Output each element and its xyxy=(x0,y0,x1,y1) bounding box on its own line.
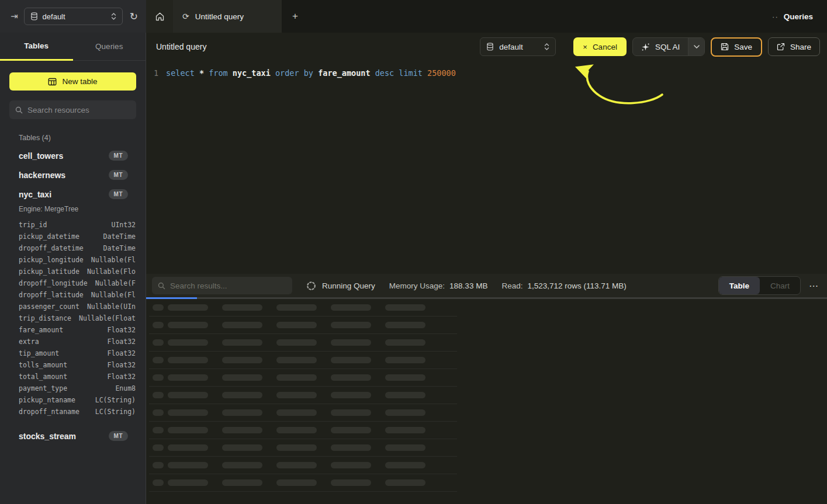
view-toggle-table[interactable]: Table xyxy=(719,277,760,294)
sidebar-tab-tables[interactable]: Tables xyxy=(0,33,73,61)
cancel-button[interactable]: × Cancel xyxy=(573,37,627,56)
column-row[interactable]: pickup_latitudeNullable(Flo xyxy=(0,266,146,277)
column-row[interactable]: tip_amountFloat32 xyxy=(0,347,146,359)
tabstrip-spacer xyxy=(309,0,765,33)
column-row[interactable]: dropoff_datetimeDateTime xyxy=(0,242,146,254)
table-row-hackernews[interactable]: hackernews MT xyxy=(0,165,146,185)
column-row[interactable]: passenger_countNullable(UIn xyxy=(0,301,146,312)
skeleton-pill xyxy=(331,427,371,433)
tab-running-icon: ⟳ xyxy=(182,12,189,21)
queries-button[interactable]: ·· Queries xyxy=(765,0,827,33)
skeleton-row xyxy=(149,404,457,422)
sidebar-tab-queries[interactable]: Queries xyxy=(73,33,146,61)
search-icon xyxy=(158,282,165,290)
skeleton-pill xyxy=(276,322,317,328)
column-type: UInt32 xyxy=(47,221,136,229)
skeleton-pill xyxy=(168,427,208,433)
skeleton-pill xyxy=(153,427,164,433)
skeleton-pill xyxy=(222,444,262,451)
skeleton-pill xyxy=(222,392,262,398)
query-database-selector[interactable]: default xyxy=(480,37,556,56)
table-row-cell-towers[interactable]: cell_towers MT xyxy=(0,146,146,165)
skeleton-row xyxy=(149,474,457,492)
skeleton-pill xyxy=(168,322,208,328)
collapse-sidebar-icon[interactable]: ⇥ xyxy=(11,11,18,22)
skeleton-pill xyxy=(222,462,262,468)
sql-token: desc xyxy=(375,68,399,78)
nyc-taxi-column-list: trip_idUInt32pickup_datetimeDateTimedrop… xyxy=(0,217,146,419)
sql-code-line[interactable]: 1 select * from nyc_taxi order by fare_a… xyxy=(146,67,827,79)
sparkle-icon xyxy=(641,43,650,51)
skeleton-pill xyxy=(385,357,425,363)
skeleton-pill xyxy=(168,357,208,363)
column-type: Float32 xyxy=(67,361,136,369)
column-row[interactable]: tolls_amountFloat32 xyxy=(0,359,146,371)
queries-dots-icon: ·· xyxy=(772,12,778,21)
results-search-input[interactable]: Search results... xyxy=(152,277,292,294)
column-row[interactable]: pickup_longitudeNullable(Fl xyxy=(0,254,146,266)
column-row[interactable]: dropoff_longitudeNullable(F xyxy=(0,277,146,289)
column-row[interactable]: payment_typeEnum8 xyxy=(0,383,146,394)
column-row[interactable]: total_amountFloat32 xyxy=(0,371,146,383)
database-icon xyxy=(486,43,494,51)
column-name: passenger_count xyxy=(19,303,79,311)
skeleton-pill xyxy=(153,322,164,328)
query-database-value: default xyxy=(499,43,523,51)
skeleton-pill xyxy=(168,374,208,381)
sidebar: Tables Queries New table Search resource… xyxy=(0,33,146,504)
share-button[interactable]: Share xyxy=(768,37,820,56)
column-type: Enum8 xyxy=(67,384,136,392)
tab-untitled-query[interactable]: ⟳ Untitled query xyxy=(173,0,282,33)
skeleton-pill xyxy=(168,339,208,346)
sql-ai-label: SQL AI xyxy=(655,43,680,51)
save-button[interactable]: Save xyxy=(711,37,762,57)
home-button[interactable] xyxy=(146,0,173,33)
skeleton-pill xyxy=(276,462,317,468)
view-toggle-chart[interactable]: Chart xyxy=(760,277,800,294)
sidebar-search-input[interactable]: Search resources xyxy=(9,100,136,119)
skeleton-pill xyxy=(331,322,371,328)
new-tab-button[interactable]: + xyxy=(282,0,309,33)
sql-token: nyc_taxi xyxy=(233,68,275,78)
column-name: dropoff_latitude xyxy=(19,291,84,299)
column-type: Nullable(Fl xyxy=(84,291,136,299)
skeleton-pill xyxy=(153,392,164,398)
column-row[interactable]: pickup_ntanameLC(String) xyxy=(0,394,146,406)
sql-ai-button[interactable]: SQL AI xyxy=(632,37,705,56)
table-row-stocks-stream[interactable]: stocks_stream MT xyxy=(0,426,146,446)
column-row[interactable]: extraFloat32 xyxy=(0,336,146,347)
cancel-label: Cancel xyxy=(593,43,617,51)
skeleton-pill xyxy=(168,462,208,468)
more-options-button[interactable]: ⋯ xyxy=(809,280,819,291)
engine-info: Engine: MergeTree xyxy=(0,204,146,217)
skeleton-pill xyxy=(385,392,425,398)
sql-ai-main[interactable]: SQL AI xyxy=(633,38,688,55)
refresh-icon[interactable]: ↻ xyxy=(130,11,138,23)
skeleton-pill xyxy=(222,374,262,381)
read-metric: Read: 1,523,712 rows (113.71 MB) xyxy=(501,281,626,290)
skeleton-pill xyxy=(153,339,164,346)
skeleton-pill xyxy=(276,392,317,398)
skeleton-pill xyxy=(276,479,317,486)
column-name: dropoff_longitude xyxy=(19,279,88,287)
table-row-nyc-taxi[interactable]: nyc_taxi MT xyxy=(0,185,146,204)
read-label: Read: xyxy=(501,281,523,290)
column-row[interactable]: dropoff_latitudeNullable(Fl xyxy=(0,289,146,301)
memory-usage-label: Memory Usage: xyxy=(389,281,445,290)
column-row[interactable]: trip_distanceNullable(Float xyxy=(0,312,146,324)
sql-ai-dropdown-button[interactable] xyxy=(688,38,704,55)
topbar-database-selector[interactable]: default xyxy=(24,8,123,25)
engine-badge: MT xyxy=(109,151,128,161)
column-row[interactable]: trip_idUInt32 xyxy=(0,219,146,231)
skeleton-pill xyxy=(222,304,262,311)
column-row[interactable]: pickup_datetimeDateTime xyxy=(0,231,146,242)
column-row[interactable]: fare_amountFloat32 xyxy=(0,324,146,336)
sql-token: from xyxy=(209,68,233,78)
skeleton-pill xyxy=(385,462,425,468)
skeleton-pill xyxy=(153,304,164,311)
column-name: dropoff_ntaname xyxy=(19,408,79,416)
column-row[interactable]: dropoff_ntanameLC(String) xyxy=(0,406,146,418)
sql-editor[interactable]: 1 select * from nyc_taxi order by fare_a… xyxy=(146,61,827,274)
column-type: DateTime xyxy=(84,244,136,252)
new-table-button[interactable]: New table xyxy=(9,72,136,91)
